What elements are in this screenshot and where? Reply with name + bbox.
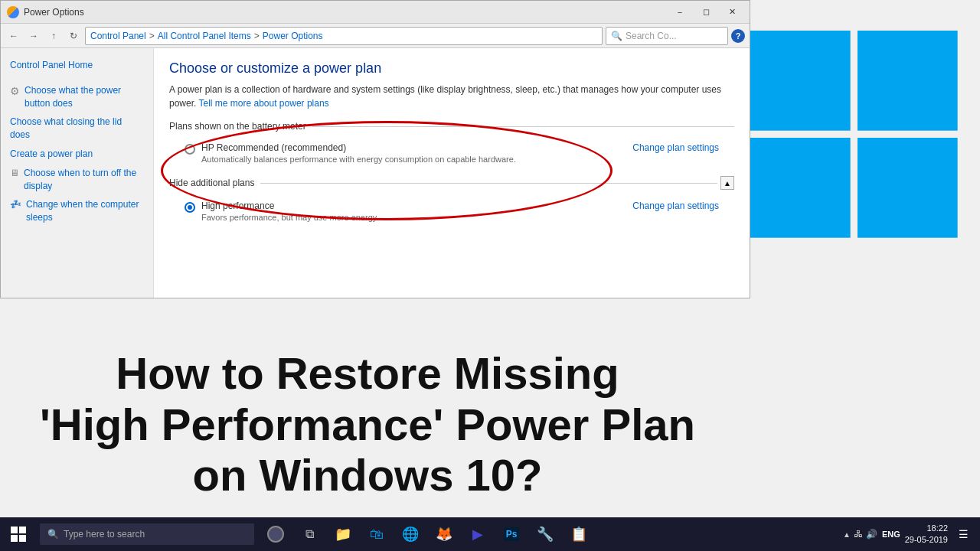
app1-icon: 🔧	[537, 526, 554, 543]
sidebar-turn-off-display[interactable]: 🖥 Choose when to turn off the display	[1, 164, 153, 196]
breadcrumb-controlpanel[interactable]: Control Panel	[90, 31, 146, 41]
file-explorer-btn[interactable]: 📁	[329, 520, 357, 548]
high-perf-plan-info: High performance Favors performance, but…	[201, 201, 379, 222]
search-icon: 🔍	[611, 31, 622, 41]
search-bar[interactable]: 🔍 Search Co...	[606, 27, 728, 45]
hide-plans-divider	[260, 183, 717, 184]
chrome-icon: 🌐	[402, 526, 419, 543]
plan-left-high-perf: High performance Favors performance, but…	[185, 201, 379, 222]
cortana-icon-btn[interactable]	[262, 520, 289, 548]
content-panel: Choose or customize a power plan A power…	[154, 48, 750, 298]
power-button-icon: ⚙	[10, 84, 20, 99]
sidebar-create-plan[interactable]: Create a power plan	[1, 145, 153, 164]
sidebar: Control Panel Home ⚙ Choose what the pow…	[1, 48, 154, 298]
plan-left-hp: HP Recommended (recommended) Automatical…	[185, 142, 516, 164]
taskbar-center-icons: ⧉ 📁 🛍 🌐 🦊 ▶ Ps 🔧 📋	[257, 520, 597, 548]
hp-plan-desc: Automatically balances performance with …	[201, 155, 516, 164]
main-content: Control Panel Home ⚙ Choose what the pow…	[1, 48, 750, 298]
media-player-icon: ▶	[472, 526, 483, 543]
breadcrumb-sep2: >	[254, 31, 260, 41]
start-tile-1	[11, 527, 18, 533]
overlay-text: How to Restore Missing 'High Performance…	[0, 348, 735, 501]
search-placeholder: Search Co...	[626, 31, 677, 41]
firefox-btn[interactable]: 🦊	[430, 520, 458, 548]
photoshop-icon: Ps	[504, 527, 520, 541]
address-bar: ← → ↑ ↻ Control Panel > All Control Pane…	[1, 24, 750, 48]
start-tile-2	[19, 527, 26, 533]
taskbar-search-box[interactable]: 🔍 Type here to search	[40, 523, 254, 545]
hide-plans-section: Hide additional plans ▲	[169, 176, 734, 190]
tell-me-more-link[interactable]: Tell me more about power plans	[198, 98, 328, 109]
systray: ▲ 🖧 🔊 ENG 18:22 29-05-2019 ☰	[843, 523, 980, 546]
media-player-btn[interactable]: ▶	[464, 520, 492, 548]
edge-btn[interactable]: 🛍	[363, 520, 390, 548]
notification-button[interactable]: ☰	[952, 523, 974, 545]
sidebar-change-sleep-label: Change when the computer sleeps	[26, 198, 144, 224]
sidebar-change-sleep[interactable]: 💤 Change when the computer sleeps	[1, 195, 153, 227]
plans-divider-line	[312, 126, 734, 127]
refresh-button[interactable]: ↻	[65, 28, 82, 44]
language-indicator: ENG	[882, 530, 900, 539]
taskbar: 🔍 Type here to search ⧉ 📁 🛍 🌐 🦊 ▶	[0, 517, 980, 551]
svg-rect-2	[750, 138, 851, 238]
photoshop-btn[interactable]: Ps	[498, 520, 525, 548]
breadcrumb-poweroptions[interactable]: Power Options	[263, 31, 323, 41]
restore-button[interactable]: ◻	[694, 5, 717, 20]
high-perf-plan-desc: Favors performance, but may use more ene…	[201, 213, 379, 222]
start-button[interactable]	[0, 517, 37, 551]
hp-recommended-radio[interactable]	[185, 144, 195, 155]
title-bar: Power Options − ◻ ✕	[1, 1, 750, 24]
page-title: Choose or customize a power plan	[169, 60, 734, 77]
app2-icon: 📋	[570, 526, 587, 543]
sidebar-closing-lid[interactable]: Choose what closing the lid does	[1, 112, 153, 145]
minimize-button[interactable]: −	[668, 5, 691, 20]
start-tile-3	[11, 535, 18, 542]
power-options-window: Power Options − ◻ ✕ ← → ↑ ↻ Control Pane…	[0, 0, 750, 298]
overlay-line2: 'High Performance' Power Plan	[0, 399, 735, 451]
file-explorer-icon: 📁	[335, 526, 351, 543]
network-icon: 🖧	[854, 529, 863, 540]
taskbar-search-icon: 🔍	[47, 529, 59, 540]
chevron-up-icon[interactable]: ▲	[843, 530, 851, 539]
high-performance-radio[interactable]	[185, 202, 195, 213]
high-perf-plan-name: High performance	[201, 201, 379, 211]
hide-plans-label: Hide additional plans	[169, 178, 254, 188]
hp-change-settings-link[interactable]: Change plan settings	[632, 142, 719, 153]
high-perf-change-settings-link[interactable]: Change plan settings	[632, 201, 719, 211]
sidebar-control-panel-home[interactable]: Control Panel Home	[1, 56, 153, 75]
firefox-icon: 🦊	[436, 526, 452, 543]
windows-logo-svg	[750, 23, 965, 253]
plans-section-header: Plans shown on the battery meter	[169, 121, 734, 132]
plan-row-high-performance: High performance Favors performance, but…	[169, 196, 734, 227]
speaker-icon: 🔊	[866, 529, 877, 540]
display-icon: 🖥	[10, 167, 19, 180]
app1-btn[interactable]: 🔧	[531, 520, 559, 548]
sidebar-power-button-label: Choose what the power button does	[24, 84, 144, 110]
forward-button[interactable]: →	[25, 28, 42, 44]
plans-section-label: Plans shown on the battery meter	[169, 121, 306, 132]
start-tile-4	[19, 535, 26, 542]
up-button[interactable]: ↑	[45, 28, 62, 44]
svg-rect-3	[858, 138, 958, 238]
svg-rect-1	[858, 31, 958, 131]
sidebar-turn-off-display-label: Choose when to turn off the display	[24, 167, 144, 193]
sidebar-power-button[interactable]: ⚙ Choose what the power button does	[1, 81, 153, 113]
window-icon	[7, 6, 19, 18]
hp-plan-name: HP Recommended (recommended)	[201, 142, 516, 153]
sleep-icon: 💤	[10, 198, 21, 211]
app2-btn[interactable]: 📋	[565, 520, 593, 548]
task-view-btn[interactable]: ⧉	[296, 520, 323, 548]
breadcrumb-sep1: >	[149, 31, 155, 41]
collapse-plans-button[interactable]: ▲	[720, 176, 734, 190]
breadcrumb-allitems[interactable]: All Control Panel Items	[158, 31, 251, 41]
task-view-icon: ⧉	[305, 527, 314, 541]
cortana-circle	[267, 526, 284, 543]
chrome-btn[interactable]: 🌐	[397, 520, 424, 548]
back-button[interactable]: ←	[5, 28, 22, 44]
page-description: A power plan is a collection of hardware…	[169, 83, 734, 110]
window-title: Power Options	[24, 7, 668, 18]
taskbar-search-placeholder: Type here to search	[64, 529, 145, 540]
breadcrumb-bar[interactable]: Control Panel > All Control Panel Items …	[85, 27, 603, 45]
plan-row-hp-recommended: HP Recommended (recommended) Automatical…	[169, 138, 734, 168]
overlay-line3: on Windows 10?	[0, 450, 735, 501]
